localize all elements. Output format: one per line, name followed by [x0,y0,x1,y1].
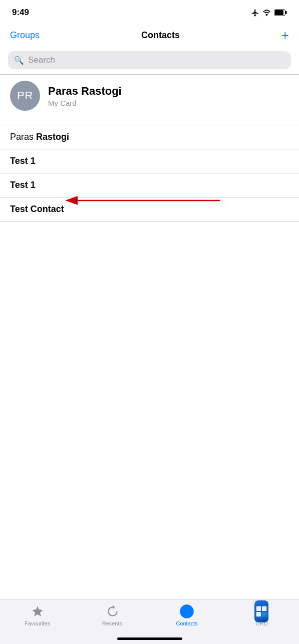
tab-contacts[interactable]: Contacts [150,604,224,626]
favourites-icon [31,604,45,618]
my-card-subtitle: My Card [48,99,122,107]
search-container: 🔍 Search [0,48,299,74]
contact-name: Test 1 [10,156,36,166]
svg-rect-9 [262,606,266,611]
my-card-name: Paras Rastogi [48,85,122,98]
contact-item-test-contact[interactable]: Test Contact [0,197,299,222]
groups-button[interactable]: Groups [10,30,40,41]
status-icons [251,9,287,17]
recents-icon [105,604,119,618]
status-bar: 9:49 [0,0,299,22]
tab-contacts-label: Contacts [176,620,197,626]
my-card-info: Paras Rastogi My Card [48,85,122,107]
svg-rect-2 [285,11,287,14]
tab-recents-label: Recents [102,620,122,626]
search-icon: 🔍 [14,56,24,65]
svg-rect-10 [256,612,261,616]
tab-recents[interactable]: Recents [75,604,149,626]
svg-rect-1 [275,10,283,15]
airplane-icon [251,9,259,17]
search-placeholder: Search [28,55,55,65]
avatar-initials: PR [17,89,33,102]
svg-point-6 [180,605,193,618]
contacts-icon [180,604,194,618]
wifi-icon [262,9,271,17]
my-card[interactable]: PR Paras Rastogi My Card [0,75,299,117]
nav-title: Contacts [141,30,180,41]
status-time: 9:49 [12,8,29,18]
contact-name: Test Contact [10,204,64,214]
contacts-list: Paras Rastogi Test 1 Test 1 Test Contact [0,125,299,222]
tab-favourites-label: Favourites [25,620,50,626]
grd-icon [254,604,268,618]
home-indicator [117,637,182,640]
svg-rect-11 [262,612,266,616]
tab-favourites[interactable]: Favourites [0,604,75,626]
svg-rect-8 [256,606,261,611]
tab-grd[interactable]: GRD [224,604,299,626]
search-bar[interactable]: 🔍 Search [8,51,291,69]
contact-name: Paras Rastogi [10,132,69,142]
contact-item-paras[interactable]: Paras Rastogi [0,125,299,149]
contact-item-test1-second[interactable]: Test 1 [0,173,299,197]
contact-name: Test 1 [10,180,36,190]
add-contact-button[interactable]: + [281,29,289,42]
avatar: PR [10,81,40,111]
battery-icon [274,9,287,16]
contact-item-test1-first[interactable]: Test 1 [0,149,299,173]
nav-bar: Groups Contacts + [0,22,299,48]
